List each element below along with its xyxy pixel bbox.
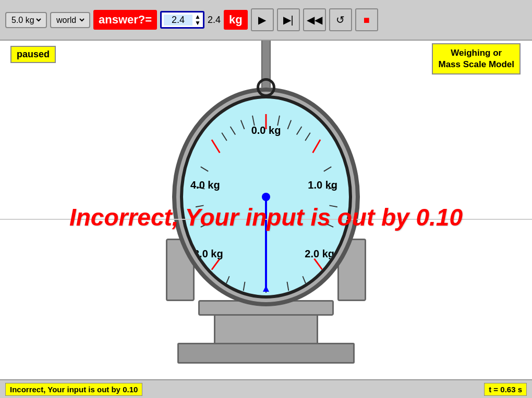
dial-label-left: 4.0 kg bbox=[190, 179, 220, 191]
stop-button[interactable]: ■ bbox=[355, 8, 378, 31]
answer-input[interactable] bbox=[164, 15, 192, 26]
needle-arrow bbox=[263, 285, 269, 291]
svg-line-16 bbox=[244, 282, 245, 291]
needle-dot bbox=[262, 193, 270, 201]
svg-line-14 bbox=[287, 282, 288, 291]
step-button[interactable]: ▶| bbox=[277, 8, 300, 31]
status-bar: Incorrect, Your input is out by 0.10 t =… bbox=[0, 379, 532, 398]
paused-badge: paused bbox=[10, 46, 56, 63]
svg-line-3 bbox=[212, 259, 220, 270]
world-select[interactable]: world moon bbox=[54, 15, 86, 25]
svg-line-6 bbox=[287, 120, 291, 129]
error-message: Incorrect, Your input is out by 0.10 bbox=[0, 203, 532, 231]
dial-label-bottom-left: 3.0 kg bbox=[194, 248, 223, 260]
svg-line-4 bbox=[212, 140, 220, 153]
answer-input-wrap: ▲▼ bbox=[160, 11, 204, 29]
unit-badge: kg bbox=[224, 10, 248, 30]
scale-base-bot bbox=[177, 343, 355, 364]
scale-base-mid bbox=[214, 314, 318, 345]
svg-line-1 bbox=[313, 140, 320, 153]
answer-label: answer?= bbox=[93, 10, 157, 30]
world-select-wrap[interactable]: world moon bbox=[50, 12, 90, 28]
status-right: t = 0.63 s bbox=[484, 383, 527, 396]
dial-label-bottom-right: 2.0 kg bbox=[305, 248, 334, 260]
svg-line-21 bbox=[201, 167, 208, 171]
answer-display-value: 2.4 bbox=[208, 15, 221, 26]
toolbar: 5.0 kg 1.0 kg 2.0 kg world moon answer?=… bbox=[0, 0, 532, 41]
svg-line-13 bbox=[303, 276, 306, 284]
svg-line-23 bbox=[231, 127, 236, 134]
svg-line-24 bbox=[241, 120, 245, 129]
spinner-up[interactable]: ▲▼ bbox=[195, 14, 201, 26]
dial-label-top: 0.0 kg bbox=[251, 125, 281, 136]
title-line2: Mass Scale Model bbox=[438, 59, 514, 69]
play-button[interactable]: ▶ bbox=[251, 8, 274, 31]
svg-line-8 bbox=[305, 133, 310, 141]
dial-face: .tick-major { stroke: red; stroke-width:… bbox=[180, 95, 352, 298]
status-left: Incorrect, Your input is out by 0.10 bbox=[5, 383, 142, 396]
scale-hook bbox=[257, 78, 275, 97]
back-button[interactable]: ↺ bbox=[329, 8, 352, 31]
svg-line-17 bbox=[226, 276, 229, 284]
mass-select-wrap[interactable]: 5.0 kg 1.0 kg 2.0 kg bbox=[5, 12, 47, 28]
svg-line-7 bbox=[297, 127, 302, 134]
svg-line-22 bbox=[222, 133, 227, 141]
title-line1: Weighing or bbox=[451, 48, 502, 58]
dial-frame: .tick-major { stroke: red; stroke-width:… bbox=[172, 88, 360, 306]
svg-line-2 bbox=[315, 259, 322, 270]
title-badge: Weighing or Mass Scale Model bbox=[432, 43, 521, 74]
rewind-button[interactable]: ◀◀ bbox=[303, 8, 326, 31]
dial-label-right: 1.0 kg bbox=[308, 179, 337, 191]
svg-line-9 bbox=[324, 167, 331, 171]
mass-select[interactable]: 5.0 kg 1.0 kg 2.0 kg bbox=[9, 15, 43, 25]
